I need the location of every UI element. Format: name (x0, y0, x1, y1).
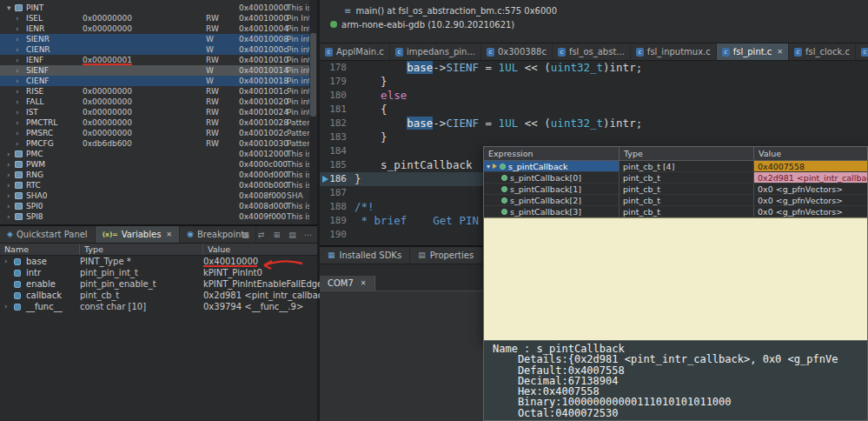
close-icon[interactable]: ✕ (777, 48, 783, 56)
expander-icon[interactable]: › (16, 34, 19, 44)
expander-icon[interactable]: › (16, 138, 19, 149)
register-row-pmsrc[interactable]: ›PMSRC0x00000000RW0x4001002cPattern (0, 128, 309, 138)
expression-row-1[interactable]: s_pintCallback[0]pint_cb_t0x2d981 <pint_… (484, 172, 867, 184)
register-row-isel[interactable]: ›ISEL0x00000000RW0x40010000Pin Int (0, 13, 309, 23)
line-number[interactable]: 184 (320, 144, 354, 158)
line-number[interactable]: 182 (320, 117, 354, 130)
expander-icon[interactable]: › (7, 190, 10, 201)
register-row-rtc[interactable]: ›RTC0x4000b000This is (0, 180, 309, 190)
register-row-cienr[interactable]: ›CIENRW0x4001000cPin int (0, 44, 309, 55)
expander-icon[interactable]: › (16, 13, 19, 23)
expression-detail-pane[interactable] (484, 217, 867, 341)
debug-line[interactable]: arm-none-eabi-gdb (10.2.90.20210621) (320, 17, 868, 31)
expander-icon[interactable]: › (16, 107, 19, 117)
variable-row-callback[interactable]: callbackpint_cb_t0x2d981 <pint_intr_call… (0, 290, 317, 301)
line-number[interactable]: 188 (320, 200, 354, 214)
register-row-spi8[interactable]: ›SPI80x4009f000This is (0, 211, 309, 222)
expander-icon[interactable]: › (16, 117, 19, 128)
close-icon[interactable]: ✕ (361, 279, 367, 287)
view-tab-variables[interactable]: (x)=Variables✕ (96, 226, 180, 243)
code-line-181[interactable]: 181 { (320, 103, 868, 117)
register-row-sienf[interactable]: ›SIENFW0x40010014Pin int (0, 65, 309, 76)
register-row-pmctrl[interactable]: ›PMCTRL0x00000000RW0x40010028Pattern (0, 117, 309, 128)
expander-icon[interactable]: › (7, 159, 10, 170)
expression-row-4[interactable]: s_pintCallback[3]pint_cb_t0x0 <g_pfnVect… (484, 206, 867, 217)
editor-tab-applmain-c[interactable]: cApplMain.c (320, 43, 390, 60)
register-row-ienf[interactable]: ›IENF0x00000001RW0x40010010Pin int (0, 55, 309, 65)
code-line-178[interactable]: 178 base->SIENF = 1UL << (uint32_t)intr; (320, 61, 868, 75)
toolbar-icon-0[interactable]: ▦ (239, 229, 252, 242)
toolbar-icon-2[interactable]: ⊞ (270, 229, 283, 242)
editor-tab-fsl-os-abst-[interactable]: cfsl_os_abst... (553, 43, 631, 60)
close-icon[interactable]: ✕ (166, 231, 172, 238)
register-row-sha0[interactable]: ›SHA00x4008f000SHA (0, 190, 309, 201)
line-number[interactable]: 185 (320, 158, 354, 172)
register-row-pint[interactable]: ▾PINT0x40010000This is (0, 3, 309, 13)
editor-tab-impedans-pin-[interactable]: cimpedans_pin... (390, 43, 481, 60)
line-number[interactable]: 181 (320, 103, 354, 117)
code-line-183[interactable]: 183 } (320, 130, 868, 144)
line-number[interactable]: 187 (320, 186, 354, 200)
register-row-pmc[interactable]: ›PMC0x40012000This is (0, 149, 309, 159)
editor-tab-fsl-inputmux-c[interactable]: cfsl_inputmux.c (631, 43, 717, 60)
view-tab-quickstart-panel[interactable]: ◈Quickstart Panel (0, 226, 96, 243)
register-row-pmcfg[interactable]: ›PMCFG0xdb6db600RW0x40010030Pattern (0, 138, 309, 149)
editor-tab-board-c[interactable]: cboard.c (856, 43, 868, 60)
expander-icon[interactable]: › (7, 201, 10, 211)
expander-icon[interactable]: › (16, 55, 19, 65)
editor-tab-fsl-pint-c[interactable]: cfsl_pint.c✕ (717, 43, 789, 60)
expander-icon[interactable]: › (16, 65, 19, 76)
line-number[interactable]: 180 (320, 89, 354, 103)
expander-icon[interactable]: › (16, 76, 19, 86)
toolbar-icon-3[interactable]: ▤ (286, 229, 299, 242)
expander-icon[interactable]: › (4, 256, 8, 267)
editor-tab-fsl-clock-c[interactable]: cfsl_clock.c (789, 43, 856, 60)
terminal-tab-com7[interactable]: COM7 ✕ (320, 276, 375, 291)
variable-row-enable[interactable]: enablepint_pin_enable_tkPINT_PinIntEnabl… (0, 278, 317, 290)
register-row-rng[interactable]: ›RNG0x4000d000This is (0, 170, 309, 180)
code-line-182[interactable]: 182 base->CIENF = 1UL << (uint32_t)intr; (320, 117, 868, 130)
expander-icon[interactable]: › (16, 86, 19, 97)
register-row-cienf[interactable]: ›CIENFW0x40010018Pin int (0, 76, 309, 86)
register-row-rise[interactable]: ›RISE0x00000000RW0x4001001cPin int (0, 86, 309, 97)
expander-icon[interactable]: › (16, 128, 19, 138)
column-header-name[interactable]: Name (0, 244, 80, 255)
toolbar-icon-4[interactable]: ⋯ (301, 229, 315, 242)
register-row-sienr[interactable]: ›SIENRW0x40010008Pin int (0, 34, 309, 44)
register-row-spi0[interactable]: ›SPI00x4008d000This is (0, 201, 309, 211)
line-number[interactable]: 179 (320, 75, 354, 89)
expander-icon[interactable]: › (7, 149, 10, 159)
line-number[interactable]: 189 (320, 214, 354, 228)
column-header-value[interactable]: Value (203, 244, 317, 255)
expression-row-3[interactable]: s_pintCallback[2]pint_cb_t0x0 <g_pfnVect… (484, 195, 867, 206)
view-tab-installed-sdks[interactable]: ▦Installed SDKs (320, 247, 410, 264)
expander-icon[interactable]: › (16, 97, 19, 107)
registers-scrollbar[interactable] (309, 0, 317, 224)
register-row-ist[interactable]: ›IST0x00000000RW0x40010024Pin int (0, 107, 309, 117)
register-row-pwm[interactable]: ›PWM0x4000c000This is (0, 159, 309, 170)
line-number[interactable]: 178 (320, 61, 354, 75)
column-header-type[interactable]: Type (620, 147, 754, 160)
expander-icon[interactable]: › (16, 23, 19, 34)
expression-row-2[interactable]: s_pintCallback[1]pint_cb_t0x0 <g_pfnVect… (484, 184, 867, 195)
expander-icon[interactable]: ▾ (484, 161, 490, 171)
column-header-value[interactable]: Value (754, 147, 867, 160)
expression-row-0[interactable]: ▾s_pintCallbackpint_cb_t [4]0x4007558 (484, 161, 867, 172)
expander-icon[interactable]: › (7, 170, 10, 180)
register-row-ienr[interactable]: ›IENR0x00000000RW0x40010004Pin Int (0, 23, 309, 34)
code-line-179[interactable]: 179 } (320, 75, 868, 89)
expander-icon[interactable]: › (16, 44, 19, 55)
expander-icon[interactable]: › (4, 301, 8, 312)
scrollbar-thumb[interactable] (310, 33, 316, 117)
expander-icon[interactable]: ▾ (7, 3, 11, 13)
toolbar-icon-1[interactable]: ⇄ (255, 229, 268, 242)
column-header-type[interactable]: Type (80, 244, 203, 255)
line-number[interactable]: 190 (320, 228, 354, 242)
line-number[interactable]: 183 (320, 130, 354, 144)
register-row-fall[interactable]: ›FALL0x00000000RW0x40010020Pin int (0, 97, 309, 107)
code-line-180[interactable]: 180 else (320, 89, 868, 103)
variable-row-func[interactable]: ›__func__const char [10]0x39794 <__func_… (0, 301, 317, 312)
column-header-expression[interactable]: Expression (484, 147, 620, 160)
view-tab-properties[interactable]: ▤Properties (410, 247, 482, 264)
expander-icon[interactable]: › (7, 180, 10, 190)
